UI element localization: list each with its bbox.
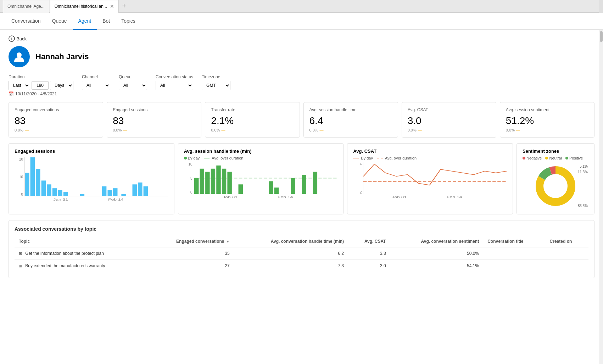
col-created-on: Created on — [546, 236, 588, 247]
new-tab-button[interactable]: + — [119, 2, 129, 10]
csat-by-day-label: By day — [361, 156, 373, 160]
row-0-created-on — [546, 247, 588, 260]
kpi-avg-sentiment-change: 0.0% — [506, 128, 515, 132]
close-icon[interactable]: ✕ — [110, 4, 114, 9]
kpi-avg-sentiment-dash: — — [516, 128, 520, 132]
kpi-engaged-sess-change: 0.0% — [113, 128, 122, 132]
scrollbar — [599, 0, 603, 13]
expand-icon-1[interactable]: ⊞ — [19, 264, 22, 268]
row-1-avg-csat: 3.0 — [348, 260, 390, 272]
avg-csat-svg: Jan 31 Feb 14 — [363, 162, 507, 194]
filter-timezone: Timezone GMT — [202, 74, 230, 90]
y-label-20: 20 — [15, 157, 23, 161]
avg-csat-chart: Avg. CSAT By day Avg. over duration 42 — [347, 143, 513, 214]
kpi-card-avg-sentiment: Avg. session sentiment 51.2% 0.0% — — [500, 102, 594, 138]
filter-duration-type[interactable]: Last — [9, 81, 30, 90]
kpi-avg-csat-dash: — — [418, 128, 422, 132]
back-label: Back — [16, 36, 27, 41]
filter-queue-label: Queue — [119, 74, 147, 79]
y-label-0: 0 — [15, 192, 23, 196]
filter-channel-label: Channel — [82, 74, 110, 79]
filter-conversation-status-label: Conversation status — [156, 74, 193, 79]
svg-rect-10 — [80, 194, 84, 196]
filter-channel: Channel All — [82, 74, 110, 90]
col-avg-sentiment: Avg. conversation sentiment — [390, 236, 484, 247]
table-section: Associated conversations by topic Topic … — [9, 220, 594, 278]
positive-label: Positive — [569, 156, 583, 160]
kpi-engaged-sess-title: Engaged sessions — [113, 107, 195, 112]
expand-icon[interactable]: ⊞ — [19, 251, 22, 256]
svg-point-42 — [544, 174, 567, 198]
row-1-topic: Buy extended the manufacturer's warranty — [25, 263, 105, 268]
svg-rect-13 — [113, 188, 117, 196]
row-0-topic: Get the information about the protect pl… — [25, 251, 104, 256]
avg-handle-svg: Jan 31 Feb 14 — [194, 162, 338, 194]
engaged-sessions-chart-title: Engaged sessions — [15, 149, 168, 154]
col-engaged[interactable]: Engaged conversations ▼ — [147, 236, 234, 247]
person-icon — [13, 50, 26, 63]
nav-tab-queue-label: Queue — [52, 18, 67, 24]
kpi-avg-sentiment-title: Avg. session sentiment — [506, 107, 588, 112]
filter-duration-value[interactable] — [32, 81, 49, 90]
csat-by-day-line — [353, 158, 359, 158]
nav-tab-topics[interactable]: Topics — [116, 13, 141, 30]
filter-duration-unit[interactable]: Days — [50, 81, 73, 90]
col-topic: Topic — [15, 236, 147, 247]
svg-rect-27 — [227, 172, 231, 194]
sentiment-zones-chart: Sentiment zones Negative Neutral Positiv… — [517, 143, 594, 214]
browser-tab-inactive[interactable]: Omnichannel Age... — [3, 0, 49, 13]
engaged-sessions-svg: Jan 31 Feb 14 — [24, 157, 168, 196]
svg-text:Feb 14: Feb 14 — [447, 195, 462, 199]
svg-rect-4 — [36, 169, 40, 196]
nav-tab-bot[interactable]: Bot — [97, 13, 116, 30]
neutral-pct: 11.5% — [578, 170, 588, 174]
nav-tab-queue[interactable]: Queue — [46, 13, 73, 30]
kpi-transfer-rate-dash: — — [221, 128, 225, 132]
browser-tab-active[interactable]: Omnichannel historical an... ✕ — [50, 0, 119, 13]
page-scrollbar[interactable] — [599, 30, 603, 364]
filter-duration-label: Duration — [9, 74, 73, 79]
table-section-title: Associated conversations by topic — [15, 226, 588, 232]
date-range: 📅 10/11/2020 - 4/8/2021 — [9, 91, 594, 96]
svg-rect-9 — [63, 192, 68, 196]
neutral-label: Neutral — [549, 156, 562, 160]
by-day-dot — [184, 157, 187, 159]
svg-rect-23 — [205, 172, 210, 194]
svg-text:Jan 31: Jan 31 — [223, 195, 238, 199]
row-1-avg-sentiment: 54.1% — [390, 260, 484, 272]
svg-rect-11 — [102, 186, 106, 196]
svg-rect-32 — [302, 175, 306, 194]
svg-rect-26 — [222, 169, 226, 194]
filter-channel-select[interactable]: All — [82, 81, 110, 90]
sentiment-zones-title: Sentiment zones — [523, 149, 588, 154]
filter-conversation-status-select[interactable]: All — [156, 81, 193, 90]
kpi-avg-handle-title: Avg. session handle time — [309, 107, 392, 112]
sort-icon: ▼ — [226, 240, 230, 243]
kpi-dash-icon: — — [25, 128, 29, 132]
svg-text:Jan 31: Jan 31 — [392, 195, 407, 199]
avatar — [9, 46, 30, 67]
kpi-transfer-rate-value: 2.1% — [211, 115, 294, 127]
nav-tab-bot-label: Bot — [102, 18, 110, 24]
svg-rect-8 — [58, 190, 62, 196]
back-button[interactable]: Back — [9, 35, 594, 42]
svg-rect-6 — [47, 184, 51, 196]
browser-tab-active-label: Omnichannel historical an... — [55, 4, 107, 9]
svg-rect-30 — [274, 187, 278, 194]
csat-avg-label: Avg. over duration — [385, 156, 417, 160]
kpi-avg-handle-change: 0.0% — [309, 128, 318, 132]
svg-rect-14 — [121, 194, 125, 196]
y-label-10: 10 — [15, 175, 23, 179]
col-conv-title: Conversation title — [483, 236, 545, 247]
filter-queue-select[interactable]: All — [119, 81, 147, 90]
svg-rect-24 — [211, 169, 215, 194]
nav-tab-agent[interactable]: Agent — [73, 13, 97, 30]
filter-timezone-label: Timezone — [202, 74, 230, 79]
avg-duration-dash-icon — [204, 158, 210, 158]
avg-handle-time-chart: Avg. session handle time (min) By day Av… — [178, 143, 344, 214]
filter-duration: Duration Last Days — [9, 74, 73, 90]
avg-csat-chart-title: Avg. CSAT — [353, 149, 507, 154]
nav-tab-conversation[interactable]: Conversation — [6, 13, 46, 30]
back-icon — [9, 35, 15, 42]
filter-timezone-select[interactable]: GMT — [202, 81, 230, 90]
